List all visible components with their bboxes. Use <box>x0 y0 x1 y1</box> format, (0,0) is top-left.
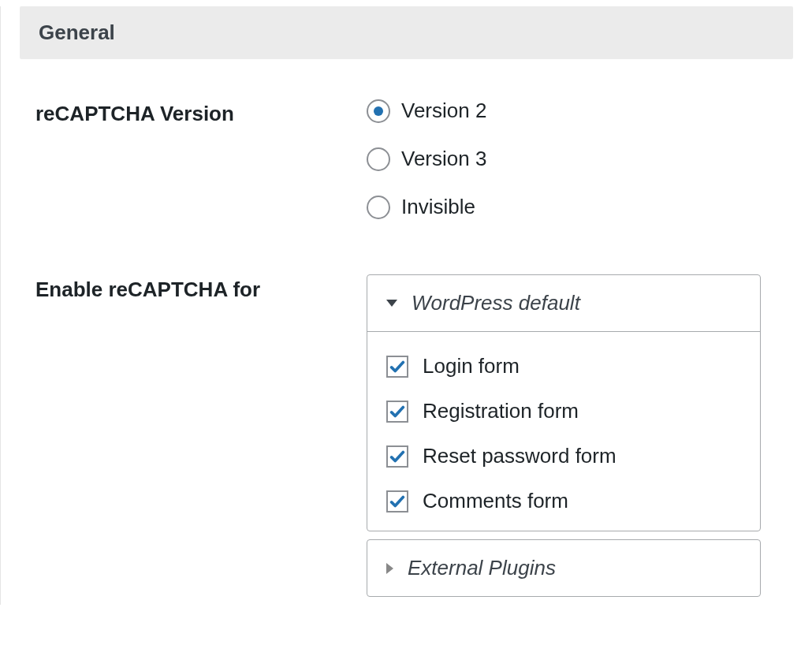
accordion-title: External Plugins <box>408 556 556 580</box>
accordion-external-plugins: External Plugins <box>367 539 761 597</box>
radio-invisible[interactable]: Invisible <box>367 195 793 219</box>
caret-down-icon <box>386 300 397 307</box>
checkbox-label: Reset password form <box>423 444 616 468</box>
section-header: General <box>20 6 793 59</box>
radio-label: Version 3 <box>401 147 486 171</box>
checkbox-icon <box>386 445 408 468</box>
checkbox-icon <box>386 401 408 423</box>
checkbox-reset-password-form[interactable]: Reset password form <box>386 444 741 468</box>
version-label: reCAPTCHA Version <box>35 102 234 125</box>
accordion-title: WordPress default <box>412 291 580 315</box>
version-radio-group: Version 2 Version 3 Invisible <box>367 99 793 219</box>
row-recaptcha-version: reCAPTCHA Version Version 2 Version 3 In… <box>20 99 793 219</box>
checkbox-label: Comments form <box>423 489 568 513</box>
caret-right-icon <box>386 563 393 574</box>
checkbox-icon <box>386 490 408 512</box>
enable-for-label: Enable reCAPTCHA for <box>35 278 260 301</box>
accordion-wordpress-default: WordPress default Login form <box>367 274 761 531</box>
radio-icon <box>367 147 390 171</box>
input-col: Version 2 Version 3 Invisible <box>367 99 793 219</box>
radio-icon <box>367 99 390 123</box>
form-table: reCAPTCHA Version Version 2 Version 3 In… <box>1 99 812 605</box>
section-title: General <box>39 20 774 45</box>
settings-container: General reCAPTCHA Version Version 2 Vers… <box>0 6 812 605</box>
accordion-body: Login form Registration form <box>367 332 760 531</box>
label-col: reCAPTCHA Version <box>20 99 367 126</box>
checkbox-comments-form[interactable]: Comments form <box>386 489 741 513</box>
accordion-header-wordpress-default[interactable]: WordPress default <box>367 275 760 332</box>
checkbox-registration-form[interactable]: Registration form <box>386 399 741 423</box>
radio-icon <box>367 196 390 219</box>
checkbox-icon <box>386 356 408 378</box>
label-col: Enable reCAPTCHA for <box>20 274 367 302</box>
radio-version-2[interactable]: Version 2 <box>367 99 793 123</box>
checkbox-label: Registration form <box>423 399 579 423</box>
input-col: WordPress default Login form <box>367 274 793 605</box>
checkbox-label: Login form <box>423 354 520 378</box>
checkbox-login-form[interactable]: Login form <box>386 354 741 378</box>
row-enable-for: Enable reCAPTCHA for WordPress default <box>20 274 793 605</box>
radio-label: Invisible <box>401 195 475 219</box>
accordion-header-external-plugins[interactable]: External Plugins <box>367 540 760 596</box>
radio-label: Version 2 <box>401 99 486 123</box>
radio-version-3[interactable]: Version 3 <box>367 147 793 171</box>
